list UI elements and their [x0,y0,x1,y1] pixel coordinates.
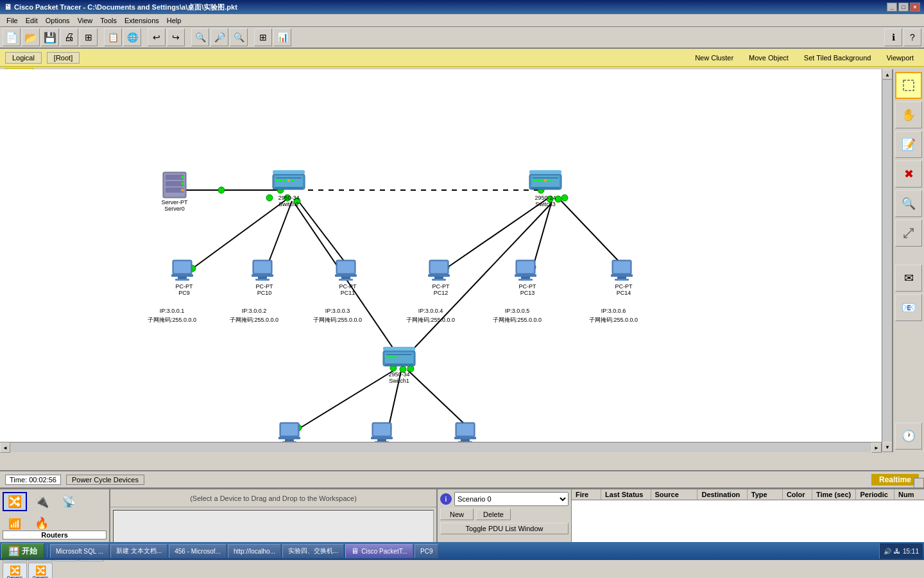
tb-zoomout[interactable]: 🔍 [230,28,248,46]
tb-help2[interactable]: ? [903,28,921,46]
menu-options[interactable]: Options [42,16,74,25]
tb-undo[interactable]: ↩ [148,28,166,46]
zoom-tool-btn[interactable]: 🔍 [895,190,922,217]
close-btn[interactable]: × [910,3,920,12]
server0-name: Server0 [164,206,185,212]
pc10-node[interactable]: PC-PT PC10 [250,259,278,296]
toggle-pdu-btn[interactable]: Toggle PDU List Window [440,523,569,534]
svg-rect-108 [377,439,386,441]
statusbar: Time: 00:02:56 Power Cycle Devices Realt… [0,470,924,488]
server0-label: Server-PT [161,199,187,206]
menu-file[interactable]: File [3,16,22,25]
switch2-node[interactable]: 2950-34 Switch2 [270,169,308,207]
svg-rect-111 [457,424,474,435]
pdu-simple-btn[interactable]: ✉ [895,265,922,292]
pc9-node[interactable]: PC-PT PC9 [170,259,198,296]
taskbar-item-sql[interactable]: Microsoft SQL ... [50,544,109,558]
taskbar-item-http[interactable]: http://localho... [228,544,281,558]
resize-tool-btn[interactable] [895,220,922,247]
svg-point-41 [291,179,294,182]
canvas-area: 2950-34 Switch2 2950-24 Switch3 [0,69,892,452]
svg-rect-36 [276,177,302,179]
switch3-node[interactable]: 2950-24 Switch3 [526,169,565,207]
menu-extensions[interactable]: Extensions [121,16,163,25]
device-router-icon[interactable]: 🔀 [3,492,27,511]
pc14-node[interactable]: PC-PT PC14 [610,259,638,296]
root-btn[interactable]: [Root] [47,52,80,64]
svg-rect-107 [371,437,393,439]
switch1-node[interactable]: 2950-34 Switch1 [380,346,418,384]
tb-search[interactable]: 🔍 [191,28,209,46]
app-icon: 🖥 [4,3,12,12]
device-hub-icon[interactable]: 📡 [56,492,81,511]
svg-point-39 [284,179,286,182]
delete-tool-btn[interactable]: ✖ [895,161,922,188]
menu-help[interactable]: Help [163,16,185,25]
tb-custom1[interactable]: ⊞ [254,28,272,46]
maximize-btn[interactable]: □ [898,3,909,12]
server0-node[interactable]: Server-PT Server0 [160,171,189,212]
tb-custom2[interactable]: 📊 [273,28,291,46]
svg-rect-94 [518,279,533,281]
tb-network[interactable]: 🌐 [123,28,141,46]
tb-redo[interactable]: ↪ [167,28,185,46]
note-tool-btn[interactable]: 📝 [895,131,922,158]
hand-tool-btn[interactable]: ✋ [895,101,922,128]
pc12-name: PC12 [434,290,449,296]
tb-help1[interactable]: ℹ [884,28,902,46]
pc12-node[interactable]: PC-PT PC12 [427,259,455,296]
horizontal-scrollbar[interactable]: ◄ ► [0,442,882,452]
viewport-btn[interactable]: Viewport [881,53,919,63]
tiled-bg-btn[interactable]: Set Tiled Background [799,53,877,63]
tb-print[interactable]: 🖨 [60,28,78,46]
tray-icon-network: 🖧 [894,548,900,555]
device-category-label: Routers [3,530,107,539]
scroll-up-btn[interactable]: ▲ [882,69,893,80]
menu-edit[interactable]: Edit [22,16,42,25]
taskbar-item-txt[interactable]: 新建 文本文档... [110,544,167,558]
scroll-right-btn[interactable]: ► [871,442,882,453]
pdu-complex-btn[interactable]: 📧 [895,294,922,321]
scenario-select[interactable]: Scenario 0 [454,492,569,506]
taskbar-item-switch[interactable]: 实验四、交换机... [282,544,344,558]
new-cluster-btn[interactable]: New Cluster [690,53,739,63]
tb-save[interactable]: 💾 [41,28,59,46]
scroll-down-btn[interactable]: ▼ [882,442,893,452]
vertical-scrollbar[interactable]: ▲ ▼ [882,69,892,452]
realtime-badge: Realtime [871,474,919,486]
scenario-new-btn[interactable]: New [440,509,474,520]
svg-point-68 [181,182,184,185]
taskbar-item-pc9[interactable]: PC9 [415,544,438,558]
col-num: Num [894,489,924,500]
svg-rect-52 [529,170,561,174]
svg-line-8 [558,198,626,268]
scenario-delete-btn[interactable]: Delete [476,509,511,520]
router-generic1[interactable]: 🔀Generic [3,563,27,578]
tb-open[interactable]: 📂 [22,28,40,46]
taskbar-item-cisco[interactable]: 🖥 Cisco Packet T... [345,544,413,558]
taskbar-item-456[interactable]: 456 - Microsof... [169,544,227,558]
pc12-ip: IP:3.0.0.4 子网掩码:255.0.0.0 [406,307,455,324]
pc13-node[interactable]: PC-PT PC13 [513,259,542,296]
menu-tools[interactable]: Tools [96,16,121,25]
logical-btn[interactable]: Logical [5,52,42,64]
menu-view[interactable]: View [74,16,97,25]
pdu-table-header: Fire Last Status Source Destination Type… [572,489,924,500]
select-tool-btn[interactable] [895,72,922,99]
svg-rect-84 [339,279,353,281]
power-cycle-btn[interactable]: Power Cycle Devices [66,475,144,485]
start-button[interactable]: 🪟 开始 [1,543,44,559]
move-object-btn[interactable]: Move Object [744,53,794,63]
realtime-icon[interactable]: 🕐 [895,423,922,450]
tb-copy[interactable]: 📋 [104,28,122,46]
pc13-name: PC13 [520,290,535,296]
minimize-btn[interactable]: _ [887,3,897,12]
tb-zoomin[interactable]: 🔎 [210,28,228,46]
tb-new[interactable]: 📄 [3,28,21,46]
device-switch-icon[interactable]: 🔌 [30,492,54,511]
router-generic2[interactable]: 🔀Generic [28,563,53,578]
pc10-label: PC-PT [256,283,273,290]
pc11-node[interactable]: PC-PT PC11 [334,259,362,296]
scroll-left-btn[interactable]: ◄ [0,442,10,453]
tb-print2[interactable]: ⊞ [80,28,98,46]
